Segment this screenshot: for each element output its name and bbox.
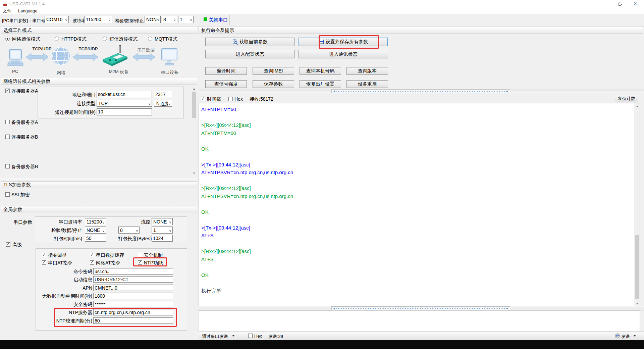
- send-bar: 通过串口发送 Hex 发送:29 发送: [199, 331, 644, 340]
- left-splitter[interactable]: [0, 178, 197, 180]
- send-text-area[interactable]: [199, 310, 640, 331]
- reset-count-button[interactable]: 复位计数: [615, 95, 638, 102]
- chevron-down-icon[interactable]: [633, 335, 636, 337]
- serial-parity-select[interactable]: NONE: [85, 227, 106, 234]
- flag-echo-checkbox[interactable]: [42, 253, 46, 257]
- log-line: [201, 240, 631, 248]
- node-label-serial-device: 串口设备: [160, 69, 180, 76]
- apn-input[interactable]: CMNET,,,0: [93, 285, 173, 291]
- conn-type-select[interactable]: TCP: [97, 100, 152, 107]
- global-params-header: 全局参数: [1, 206, 197, 213]
- server-a-checkbox[interactable]: [5, 89, 10, 93]
- backup-a-checkbox[interactable]: [5, 120, 10, 124]
- net-params-scrollbar[interactable]: ▲ ▼: [191, 86, 197, 176]
- short-conn-timeout-input[interactable]: 10: [97, 108, 152, 115]
- work-mode-header: 选择工作模式: [1, 27, 197, 34]
- query-version-button[interactable]: 查询版本: [346, 67, 388, 75]
- radio-net-passthrough[interactable]: [5, 37, 10, 41]
- panel-divider: [198, 27, 198, 340]
- conn-mode-select[interactable]: 长连接: [154, 100, 172, 107]
- log-line: 执行完毕: [201, 287, 631, 295]
- packlen-input[interactable]: 1024: [152, 235, 173, 242]
- title-bar: USR-CAT1 V1.1.4 ×: [0, 0, 644, 7]
- close-button[interactable]: ×: [630, 0, 641, 7]
- cmd-password-input[interactable]: usr.cn#: [93, 268, 173, 275]
- send-splitter-handle[interactable]: [331, 306, 510, 310]
- log-splitter-handle[interactable]: [331, 89, 510, 93]
- scroll-up-icon[interactable]: ▲: [634, 103, 640, 109]
- send-via-dropdown[interactable]: 通过串口发送: [202, 334, 228, 340]
- serial-baud-select[interactable]: 115200: [85, 218, 106, 225]
- restore-button[interactable]: [615, 0, 626, 7]
- advanced-checkbox[interactable]: [6, 242, 10, 247]
- advanced-label: 高级: [12, 242, 22, 248]
- log-hex-checkbox[interactable]: [228, 97, 233, 101]
- ssl-label: SSL加密: [11, 192, 30, 198]
- baud-select[interactable]: 115200: [84, 16, 112, 23]
- minimize-button[interactable]: [600, 0, 610, 7]
- log-line: >[Rx<-][09:44:12][asc]: [201, 184, 631, 192]
- com-port-select[interactable]: COM10: [45, 16, 69, 23]
- enter-config-button[interactable]: 进入配置状态: [205, 50, 294, 58]
- log-line: AT+NTPTM=60: [201, 105, 631, 113]
- flag-ntp-checkbox[interactable]: [138, 260, 142, 265]
- parity-select[interactable]: NONE: [145, 16, 161, 23]
- security-password-input[interactable]: ******: [93, 301, 173, 307]
- query-number-button[interactable]: 查询本机号码: [300, 67, 341, 75]
- restore-icon: [619, 2, 622, 6]
- log-line: [201, 200, 631, 208]
- radio-sms[interactable]: [103, 37, 107, 41]
- compile-time-button[interactable]: 编译时间: [205, 67, 247, 75]
- send-button[interactable]: 发送: [621, 334, 630, 340]
- conn-type-label: 连接类型: [50, 101, 96, 107]
- close-port-button[interactable]: 关闭串口: [209, 17, 228, 23]
- server-a-port-input[interactable]: 2317: [154, 91, 172, 98]
- flag-net-at-checkbox[interactable]: [90, 260, 94, 265]
- radio-mqtt[interactable]: [148, 37, 152, 41]
- ssl-checkbox[interactable]: [5, 192, 10, 197]
- flag-ntp-label: NTP功能: [144, 260, 163, 266]
- serial-stopbits-select[interactable]: 1: [152, 227, 173, 234]
- save-params-button[interactable]: 保存参数: [253, 80, 294, 88]
- scroll-thumb[interactable]: [192, 92, 196, 118]
- ntp-period-input[interactable]: 60: [93, 317, 173, 324]
- addr-port-label: 地址和端口: [50, 92, 96, 98]
- packtime-input[interactable]: 50: [85, 235, 106, 242]
- flow-select[interactable]: NONE: [152, 218, 173, 225]
- apn-label: APN: [20, 285, 92, 291]
- stopbits-select[interactable]: 1: [178, 16, 194, 23]
- scroll-up-icon[interactable]: ▲: [191, 86, 197, 91]
- flag-cache-checkbox[interactable]: [90, 253, 94, 257]
- flag-serial-at-checkbox[interactable]: [42, 260, 46, 265]
- log-scrollbar[interactable]: ▲ ▼: [634, 103, 640, 306]
- flag-security-checkbox[interactable]: [138, 253, 142, 257]
- serial-databits-select[interactable]: 8: [118, 227, 140, 234]
- serial-toolbar: [PC串口参数]：串口号 COM10 波特率 115200 检验/数据/停止 N…: [0, 14, 644, 27]
- databits-select[interactable]: 8: [162, 16, 177, 23]
- sent-count-label: 发送:29: [268, 334, 283, 340]
- backup-b-checkbox[interactable]: [5, 164, 10, 168]
- get-params-button[interactable]: 获取当前参数: [205, 38, 294, 46]
- query-imei-button[interactable]: 查询IMEI: [253, 67, 294, 75]
- arrow-icon-1: [25, 52, 49, 62]
- server-a-address-input[interactable]: socket.usr.cn: [97, 91, 152, 98]
- radio-mqtt-label: MQTT模式: [155, 36, 177, 42]
- factory-reset-button[interactable]: 恢复出厂设置: [300, 80, 341, 88]
- menu-file[interactable]: 文件: [0, 7, 14, 15]
- send-hex-checkbox[interactable]: [248, 334, 253, 338]
- device-restart-button[interactable]: 设备重启: [346, 80, 388, 88]
- enter-comm-button[interactable]: 进入通讯状态: [299, 50, 388, 58]
- boot-info-input[interactable]: USR-DR512-CT: [93, 276, 173, 283]
- scroll-down-icon[interactable]: ▼: [191, 170, 197, 176]
- no-data-restart-input[interactable]: 1800: [93, 293, 173, 299]
- server-b-checkbox[interactable]: [5, 135, 10, 139]
- scroll-down-icon[interactable]: ▼: [634, 301, 640, 306]
- timestamp-checkbox[interactable]: [201, 97, 205, 101]
- menu-language[interactable]: Language: [15, 8, 40, 14]
- query-signal-button[interactable]: 查信号强度: [205, 80, 247, 88]
- scroll-thumb[interactable]: [635, 235, 639, 299]
- chevron-down-icon[interactable]: [232, 335, 235, 337]
- radio-httpd[interactable]: [55, 37, 59, 41]
- ntp-server-input[interactable]: cn.ntp.org.cn,us.ntp.org.cn: [93, 309, 173, 315]
- save-all-params-button[interactable]: 设置并保存所有参数: [299, 38, 388, 46]
